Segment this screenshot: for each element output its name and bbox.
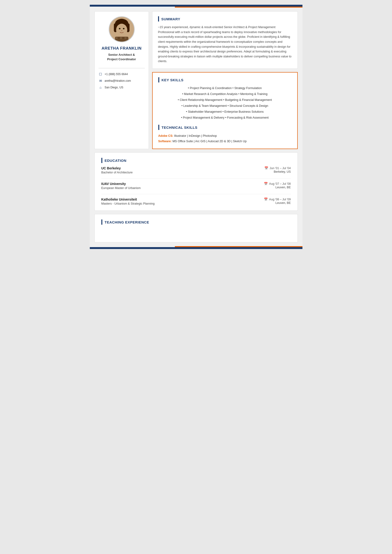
edu-row2-1: Bachelor of Architecture Berkeley, US [101, 170, 291, 174]
summary-card: SUMMARY ~15 years experienced, dynamic &… [152, 11, 298, 69]
top-bar [90, 5, 302, 7]
edu-entry-3: Katholieke Universiteit 📅 Aug '08 – Jul … [101, 198, 291, 205]
technical-skills-section: TECHNICAL SKILLS Adobe CS: Illustrator |… [158, 125, 292, 144]
tech-skills-title-text: TECHNICAL SKILLS [162, 125, 197, 130]
sidebar: ARETHA FRANKLiN Senior Architect & Proje… [95, 11, 149, 149]
edu-institution-1: UC Berkeley [101, 166, 121, 170]
tech-skill-1: Adobe CS: Illustrator | InDesign | Photo… [158, 133, 292, 139]
svg-point-6 [123, 28, 125, 29]
edu-date-1: 📅 Jun '01 – Jul '04 [264, 166, 291, 170]
edu-degree-2: European Master of Urbanism [101, 187, 141, 190]
contact-location: ⌂ San Diego, US [98, 85, 145, 90]
edu-institution-3: Katholieke Universiteit [101, 198, 137, 201]
resume-page: ARETHA FRANKLiN Senior Architect & Proje… [90, 5, 302, 249]
skill-row-1: • Project Planning & Coordination • Stra… [188, 86, 262, 90]
key-skills-title-row: KEY SKILLS [158, 77, 292, 83]
edu-row2-2: European Master of Urbanism Leuven, BE [101, 186, 291, 190]
svg-rect-11 [120, 37, 122, 39]
edu-location-3: Leuven, BE [275, 201, 291, 205]
svg-rect-9 [116, 37, 118, 39]
edu-date-3: 📅 Aug '08 – Jul '09 [264, 198, 291, 201]
svg-point-7 [121, 30, 122, 31]
svg-point-4 [116, 24, 127, 36]
tech-skill-2-label: Software: [158, 140, 172, 143]
education-card: EDUCATION UC Berkeley 📅 Jun '01 – Jul '0… [95, 152, 298, 211]
edu-header-2: IUAV University 📅 Aug '07 – Jul '08 [101, 182, 291, 186]
location-icon: ⌂ [98, 85, 103, 90]
cal-icon-3: 📅 [264, 198, 268, 201]
tech-skill-1-label: Adobe CS: [158, 134, 174, 138]
tech-skills-title-row: TECHNICAL SKILLS [158, 125, 292, 130]
right-content: SUMMARY ~15 years experienced, dynamic &… [152, 11, 298, 149]
edu-degree-3: Masters - Urbanism & Strategic Planning [101, 202, 155, 205]
cal-icon-2: 📅 [264, 182, 268, 186]
name-section: ARETHA FRANKLiN Senior Architect & Proje… [102, 46, 141, 62]
email-icon: ✉ [98, 79, 103, 83]
svg-rect-10 [118, 37, 119, 39]
edu-date-2: 📅 Aug '07 – Jul '08 [264, 182, 291, 186]
edu-divider-2 [101, 194, 291, 194]
edu-location-1: Berkeley, US [274, 170, 291, 174]
summary-title-bar [158, 16, 159, 21]
edu-institution-2: IUAV University [101, 182, 126, 186]
skill-row-5: • Stakeholder Management • Enterprise Bu… [186, 109, 263, 114]
candidate-title: Senior Architect & Project Coordinator [102, 53, 141, 61]
svg-point-5 [119, 28, 120, 29]
tech-skills-title-bar [158, 125, 159, 130]
tech-skill-2-text: MS Office Suite | Arc GIS | Autocad 2D &… [173, 140, 247, 143]
sidebar-divider [98, 68, 145, 68]
education-title-row: EDUCATION [101, 158, 291, 163]
skills-card: KEY SKILLS • Project Planning & Coordina… [152, 72, 298, 149]
key-skills-title-bar [158, 77, 159, 83]
contact-phone: ☐ +1 (888) 555 6644 [98, 72, 145, 76]
summary-title-row: SUMMARY [158, 16, 292, 21]
contact-section: ☐ +1 (888) 555 6644 ✉ aretha@hiration.co… [98, 72, 145, 90]
key-skills-title-text: KEY SKILLS [162, 78, 184, 82]
skill-row-4: • Leadership & Team Management • Structu… [182, 104, 268, 108]
skill-row-6: • Project Management & Delivery • Foreca… [181, 115, 269, 120]
svg-rect-12 [122, 37, 124, 39]
summary-text: ~15 years experienced, dynamic & result-… [158, 25, 292, 64]
teaching-title-bar [101, 220, 102, 225]
teaching-card: TEACHING EXPERIENCE [95, 214, 298, 242]
edu-degree-1: Bachelor of Architecture [101, 171, 133, 174]
cal-icon-1: 📅 [264, 166, 268, 170]
edu-header-3: Katholieke Universiteit 📅 Aug '08 – Jul … [101, 198, 291, 201]
skills-list: • Project Planning & Coordination • Stra… [158, 86, 292, 120]
edu-header-1: UC Berkeley 📅 Jun '01 – Jul '04 [101, 166, 291, 170]
education-title-bar [101, 158, 102, 163]
tech-skill-1-text: Illustrator | InDesign | Photoshop [174, 134, 217, 138]
skill-row-2: • Market Research & Competition Analysis… [182, 92, 267, 96]
edu-location-2: Leuven, BE [275, 186, 291, 190]
summary-title-text: SUMMARY [161, 17, 180, 21]
contact-email: ✉ aretha@hiration.com [98, 79, 145, 83]
edu-entry-1: UC Berkeley 📅 Jun '01 – Jul '04 Bachelor… [101, 166, 291, 174]
edu-row2-3: Masters - Urbanism & Strategic Planning … [101, 201, 291, 205]
edu-entry-2: IUAV University 📅 Aug '07 – Jul '08 Euro… [101, 182, 291, 190]
avatar-svg [109, 16, 134, 42]
main-content: ARETHA FRANKLiN Senior Architect & Proje… [90, 7, 302, 246]
tech-skill-2: Software: MS Office Suite | Arc GIS | Au… [158, 139, 292, 144]
phone-icon: ☐ [98, 72, 103, 76]
skill-row-3: • Client Relationship Management • Budge… [178, 97, 272, 102]
edu-divider-1 [101, 178, 291, 179]
education-title-text: EDUCATION [105, 159, 127, 163]
teaching-title-text: TEACHING EXPERIENCE [105, 220, 149, 224]
avatar-container [109, 16, 135, 42]
candidate-name: ARETHA FRANKLiN [102, 46, 141, 51]
teaching-title-row: TEACHING EXPERIENCE [101, 220, 291, 225]
bottom-bar [90, 247, 302, 249]
top-section: ARETHA FRANKLiN Senior Architect & Proje… [95, 11, 298, 149]
svg-rect-13 [125, 37, 126, 39]
